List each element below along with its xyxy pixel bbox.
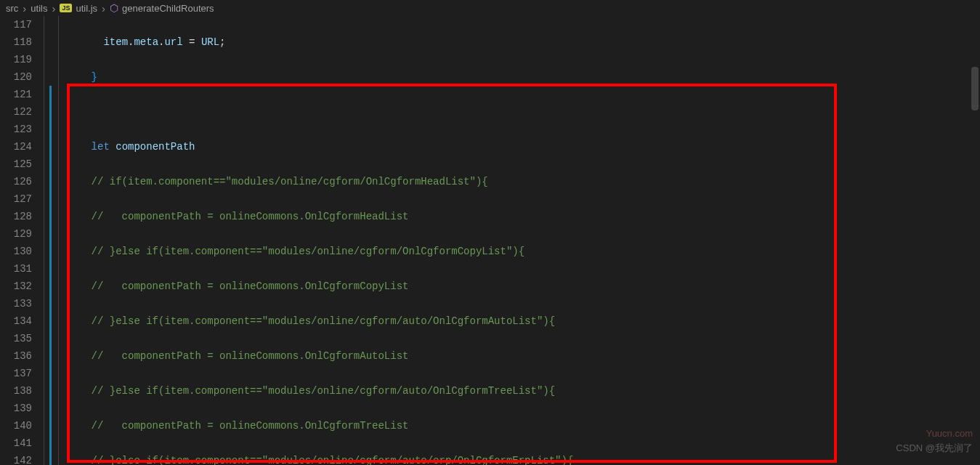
breadcrumb: src › utils › JS util.js › ⬡ generateChi…	[0, 0, 980, 16]
line-number[interactable]: 126	[0, 173, 32, 190]
line-number[interactable]: 138	[0, 382, 32, 400]
scrollbar-thumb[interactable]	[971, 67, 979, 110]
line-number[interactable]: 121	[0, 86, 32, 103]
code-line: // componentPath = onlineCommons.OnlCgfo…	[67, 208, 659, 225]
line-number[interactable]: 125	[0, 155, 32, 173]
breadcrumb-symbol-name: generateChildRouters	[122, 3, 214, 14]
code-line: }	[67, 68, 659, 86]
line-number[interactable]: 132	[0, 278, 32, 295]
breadcrumb-filename: util.js	[76, 3, 97, 14]
code-line: // componentPath = onlineCommons.OnlCgfo…	[67, 278, 659, 295]
code-line: // if(item.component=="modules/online/cg…	[67, 173, 659, 190]
code-line: // }else if(item.component=="modules/onl…	[67, 452, 659, 465]
line-number[interactable]: 134	[0, 312, 32, 330]
line-number[interactable]: 141	[0, 434, 32, 452]
line-number[interactable]: 133	[0, 295, 32, 312]
code-line: // }else if(item.component=="modules/onl…	[67, 243, 659, 260]
editor: 117 118 119 120 121 122 123 124 125 126 …	[0, 16, 980, 465]
code-line: // componentPath = onlineCommons.OnlCgfo…	[67, 417, 659, 434]
code-line: item.meta.url = URL;	[67, 33, 659, 51]
watermark-text: Yuucn.com	[926, 428, 973, 439]
line-number[interactable]: 118	[0, 33, 32, 51]
line-number-gutter: 117 118 119 120 121 122 123 124 125 126 …	[0, 16, 42, 465]
code-line: // }else if(item.component=="modules/onl…	[67, 382, 659, 400]
breadcrumb-file[interactable]: JS util.js	[60, 3, 97, 14]
chevron-right-icon: ›	[23, 2, 26, 15]
line-number[interactable]: 127	[0, 190, 32, 208]
line-number[interactable]: 139	[0, 400, 32, 417]
line-number[interactable]: 120	[0, 68, 32, 86]
line-number[interactable]: 129	[0, 225, 32, 243]
line-number[interactable]: 119	[0, 51, 32, 68]
watermark-text: CSDN @我先润了	[896, 442, 973, 455]
line-number[interactable]: 140	[0, 417, 32, 434]
line-number[interactable]: 142	[0, 452, 32, 465]
line-number[interactable]: 135	[0, 330, 32, 347]
breadcrumb-symbol[interactable]: ⬡ generateChildRouters	[110, 2, 214, 14]
line-number[interactable]: 128	[0, 208, 32, 225]
code-line	[67, 103, 659, 121]
code-line: // componentPath = onlineCommons.OnlCgfo…	[67, 347, 659, 365]
code-line: let componentPath	[67, 138, 659, 155]
line-number[interactable]: 131	[0, 260, 32, 278]
vertical-scrollbar[interactable]	[970, 16, 980, 465]
line-number[interactable]: 137	[0, 365, 32, 382]
breadcrumb-utils[interactable]: utils	[31, 3, 47, 14]
line-number[interactable]: 136	[0, 347, 32, 365]
js-file-icon: JS	[60, 4, 72, 12]
line-number[interactable]: 117	[0, 16, 32, 33]
method-icon: ⬡	[110, 2, 118, 14]
code-line: // }else if(item.component=="modules/onl…	[67, 312, 659, 330]
chevron-right-icon: ›	[102, 2, 105, 15]
line-number[interactable]: 124	[0, 138, 32, 155]
breadcrumb-src[interactable]: src	[6, 3, 18, 14]
line-number[interactable]: 123	[0, 121, 32, 138]
line-number[interactable]: 122	[0, 103, 32, 121]
code-content[interactable]: item.meta.url = URL; } let componentPath…	[42, 16, 659, 465]
line-number[interactable]: 130	[0, 243, 32, 260]
chevron-right-icon: ›	[52, 2, 55, 15]
